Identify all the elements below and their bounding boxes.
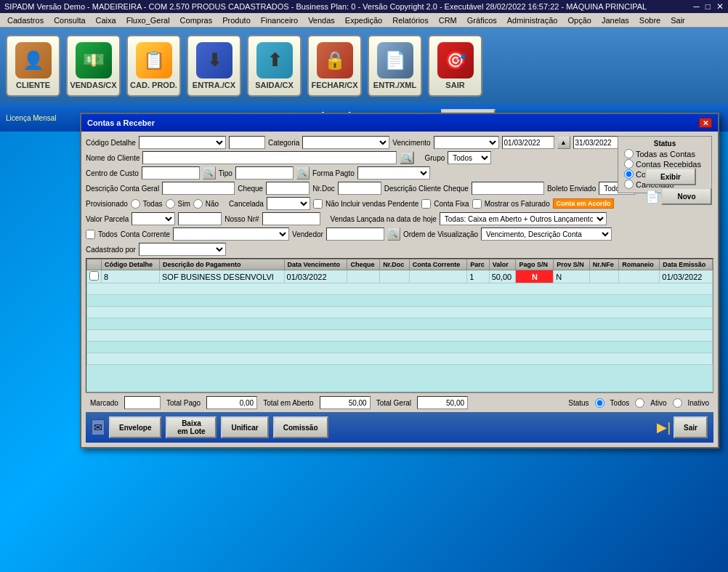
desc-cliente-input[interactable] [472,182,544,195]
conta-corrente-select[interactable] [173,227,289,241]
sair-dialog-button[interactable]: Sair [674,416,708,438]
tipo-input[interactable] [235,166,294,180]
cliente-icon: 👤 [15,42,52,78]
menu-financeiro[interactable]: Financeiro [256,15,302,25]
status-todos-radio[interactable] [595,398,604,408]
centro-custo-input[interactable] [142,166,200,180]
radio-todas-contas[interactable]: Todas as Contas [624,149,705,158]
vendas-lancadas-select[interactable]: Todas: Caixa em Aberto + Outros Lançamen… [440,212,607,225]
menu-compras[interactable]: Compras [176,15,217,25]
toolbar-saida-cx[interactable]: ⬆ SAIDA/CX [247,35,302,97]
row-checkbox[interactable] [89,271,99,281]
valor-parcela-select[interactable] [132,212,175,225]
categoria-select[interactable] [302,136,389,149]
menu-sobre[interactable]: Sobre [635,15,665,25]
tipo-icon[interactable]: 🔍 [296,166,310,180]
valor-parcela-input[interactable] [178,212,222,225]
mostrar-faturado-check[interactable] [472,199,482,209]
date-from-input[interactable] [502,136,554,149]
toolbar-vendas[interactable]: 💵 VENDAS/CX [66,35,121,97]
dialog-close-button[interactable]: ✕ [699,118,712,128]
date-from-up[interactable]: ▲ [557,136,570,149]
dialog-overlay: Contas a Receber ✕ Status Todas as Conta… [80,113,728,448]
close-btn[interactable]: ✕ [716,1,724,12]
toolbar-entr-xml[interactable]: 📄 ENTR./XML [368,35,422,97]
nosso-nr-label: Nosso Nr# [225,215,259,223]
nosso-nr-input[interactable] [262,212,320,225]
vendedor-input[interactable] [326,227,384,241]
desc-conta-input[interactable] [162,182,235,195]
status-inativo-radio[interactable] [673,398,682,408]
cheque-input[interactable] [266,182,310,195]
todos-check[interactable] [86,230,95,239]
prov-todas[interactable] [131,199,140,209]
vencimento-label: Vencimento [392,139,430,147]
toolbar-entra-cx[interactable]: ⬇ ENTRA./CX [187,35,241,97]
toolbar-sair-label: SAIR [445,81,464,89]
menu-fluxo[interactable]: Fluxo_Geral [122,15,174,25]
title-bar: SIPADM Versão Demo - MADEIREIRA - COM 2.… [0,0,728,13]
nr-doc-label: Nr.Doc [312,185,335,193]
toolbar-fechar-cx[interactable]: 🔒 FECHAR/CX [307,35,362,97]
col-nr-doc: Nr.Doc [380,259,410,270]
cancelada-select[interactable] [267,197,310,210]
centro-custo-icon[interactable]: 🔍 [203,166,216,180]
maximize-btn[interactable]: □ [705,1,711,12]
novo-button[interactable]: Novo [661,188,712,205]
menu-expedicao[interactable]: Expedição [341,15,387,25]
envelope-button[interactable]: Envelope [109,416,161,438]
cell-nrnfe [589,270,619,283]
toolbar-cad-prod[interactable]: 📋 CAD. PROD. [126,35,181,97]
ordem-viz-select[interactable]: Vencimento, Descrição Conta [481,227,612,241]
cheque-label: Cheque [238,185,263,193]
cell-cheque [347,270,380,283]
col-nrnfe: Nr.NFe [589,259,619,270]
codigo-detalhe-label: Código Detalhe [86,139,136,147]
vendedor-search-icon[interactable]: 🔍 [387,227,400,241]
marcado-input[interactable] [124,396,161,409]
nome-cliente-search[interactable]: 🔍 [400,151,414,164]
dialog-title-text: Contas a Receber [87,118,155,127]
nr-doc-input[interactable] [338,182,381,195]
menu-consulta[interactable]: Consulta [49,15,89,25]
entr-xml-icon: 📄 [377,42,413,78]
toolbar-saida-label: SAIDA/CX [255,81,294,89]
menu-admin[interactable]: Administração [503,15,562,25]
unificar-button[interactable]: Unificar [221,416,268,438]
prov-nao[interactable] [193,199,203,209]
menu-sair[interactable]: Sair [666,15,689,25]
prov-todas-label: Todas [143,200,163,208]
todos-label: Todos [98,230,118,238]
toolbar-sair[interactable]: 🎯 SAIR [428,35,482,97]
conta-fixa-check[interactable] [421,199,431,209]
nao-incluir-check[interactable] [313,199,323,209]
menu-janelas[interactable]: Janelas [597,15,634,25]
comissao-button[interactable]: Comissão [273,416,328,438]
cadastrado-por-select[interactable] [139,243,226,256]
menu-caixa[interactable]: Caixa [92,15,121,25]
toolbar-vendas-label: VENDAS/CX [70,81,116,89]
menu-produto[interactable]: Produto [218,15,255,25]
grupo-select[interactable]: Todos [448,151,491,164]
toolbar-cliente[interactable]: 👤 CLIENTE [6,35,60,97]
codigo-detalhe-select[interactable] [139,136,226,149]
status-ativo-radio[interactable] [635,398,644,408]
menu-vendas[interactable]: Vendas [304,15,339,25]
baixa-lote-button[interactable]: Baixa em Lote [166,416,217,438]
menu-crm[interactable]: CRM [434,15,461,25]
prov-sim[interactable] [166,199,175,209]
codigo-detalhe-input[interactable] [229,136,265,149]
exibir-button[interactable]: Exibir [645,168,696,185]
sair-toolbar-icon: 🎯 [437,42,474,78]
menu-cadastros[interactable]: Cadastros [3,15,48,25]
row-checkbox-cell[interactable] [87,270,102,283]
menu-opcao[interactable]: Opção [563,15,595,25]
vencimento-select[interactable] [434,136,499,149]
menu-relatorios[interactable]: Relatórios [388,15,433,25]
col-valor: Valor [489,259,516,270]
menu-graficos[interactable]: Gráficos [463,15,501,25]
minimize-btn[interactable]: ─ [693,1,700,12]
nome-cliente-input[interactable] [142,151,397,164]
forma-pagto-select[interactable] [357,166,430,180]
table-row[interactable]: 8 SOF BUSINESS DESENVOLVI 01/03/2022 1 5… [87,270,713,283]
